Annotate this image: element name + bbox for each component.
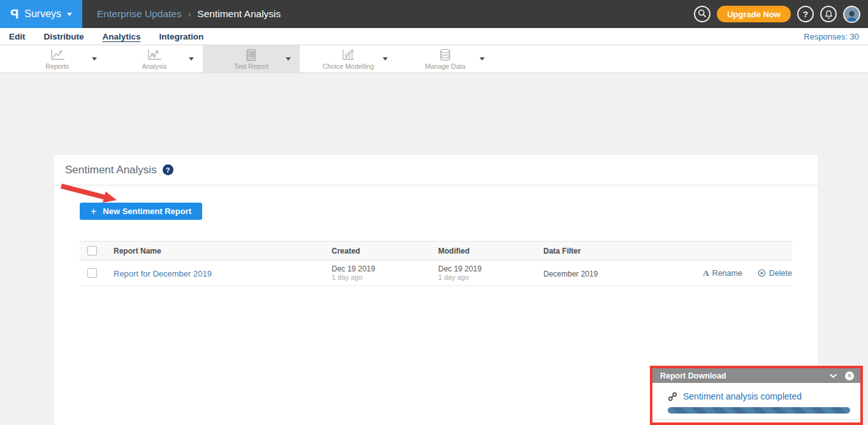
breadcrumb-current: Sentiment Analysis [197, 8, 281, 20]
toolbar-item-analysis[interactable]: Analysis [106, 45, 203, 73]
breadcrumb-parent-link[interactable]: Enterprise Updates [97, 8, 182, 20]
search-icon [697, 8, 707, 20]
delete-button[interactable]: Delete [758, 268, 792, 278]
dropdown-caret-icon[interactable] [480, 57, 485, 61]
dropdown-caret-icon[interactable] [383, 57, 388, 61]
report-download-panel: Report Download ✕ Sentiment analysis com… [650, 366, 863, 425]
person-icon [844, 8, 859, 23]
created-date: Dec 19 2019 [332, 264, 438, 273]
notifications-button[interactable] [820, 6, 837, 22]
header-actions: Upgrade Now ? [694, 6, 860, 23]
rename-icon: A [703, 268, 709, 278]
row-checkbox-cell [80, 268, 114, 278]
page-title: Sentiment Analysis [65, 164, 157, 176]
created-cell: Dec 19 2019 1 day ago [332, 264, 438, 282]
new-sentiment-report-button[interactable]: + New Sentiment Report [80, 203, 202, 220]
question-mark-icon: ? [803, 10, 808, 19]
line-chart-icon [50, 49, 65, 61]
reports-table: Report Name Created Modified Data Filter… [80, 241, 792, 286]
row-checkbox[interactable] [87, 268, 97, 278]
breadcrumb-separator: › [188, 9, 191, 19]
search-button[interactable] [694, 6, 710, 22]
delete-label: Delete [769, 269, 792, 278]
select-all-checkbox[interactable] [87, 246, 97, 256]
toolbar-item-label: Choice Modelling [323, 62, 374, 70]
download-link[interactable]: Sentiment analysis completed [683, 391, 802, 401]
report-download-header: Report Download ✕ [652, 368, 860, 383]
toolbar-item-label: Manage Data [425, 62, 465, 70]
upgrade-now-button[interactable]: Upgrade Now [717, 6, 791, 22]
delete-icon [758, 269, 766, 277]
report-download-title: Report Download [660, 371, 726, 380]
dropdown-caret-icon[interactable] [189, 57, 194, 61]
chevron-down-icon [67, 13, 72, 16]
tab-edit[interactable]: Edit [9, 32, 26, 41]
bell-icon [824, 10, 834, 19]
dropdown-caret-icon[interactable] [286, 57, 291, 61]
header-checkbox-cell [80, 246, 114, 256]
download-header-icons: ✕ [829, 371, 854, 380]
tab-analytics[interactable]: Analytics [103, 32, 141, 41]
toolbar-item-reports[interactable]: Reports [9, 45, 106, 73]
toolbar-item-label: Text Report [234, 62, 268, 70]
table-header-row: Report Name Created Modified Data Filter [80, 241, 792, 261]
toolbar-item-label: Reports [46, 62, 70, 70]
column-header-created: Created [332, 247, 438, 256]
data-filter-value: December 2019 [543, 270, 598, 278]
column-header-report-name: Report Name [114, 247, 332, 256]
panel-header: Sentiment Analysis ? [54, 155, 818, 185]
toolbar-item-choice-modelling[interactable]: Choice Modelling [300, 45, 397, 73]
modified-cell: Dec 19 2019 1 day ago [438, 264, 543, 282]
scatter-chart-icon [147, 49, 162, 61]
report-download-body: Sentiment analysis completed [652, 383, 860, 420]
survey-nav: Edit Distribute Analytics Integration Re… [0, 28, 868, 45]
rename-button[interactable]: A Rename [703, 268, 742, 278]
report-name-cell: Report for December 2019 [114, 268, 332, 279]
responses-count[interactable]: Responses: 30 [804, 32, 859, 41]
text-report-icon [245, 49, 258, 61]
toolbar-item-text-report[interactable]: Text Report [203, 45, 300, 73]
product-name: Surveys [24, 8, 61, 20]
modified-relative: 1 day ago [438, 273, 543, 282]
tab-integration[interactable]: Integration [159, 32, 204, 41]
divider [652, 419, 863, 420]
analytics-toolbar: Reports Analysis Text Report [0, 45, 868, 73]
new-report-button-label: New Sentiment Report [103, 206, 191, 216]
download-progress-bar [668, 407, 850, 414]
close-icon[interactable]: ✕ [845, 371, 854, 380]
data-filter-cell: December 2019 [543, 268, 703, 279]
choice-modelling-icon [341, 49, 356, 61]
database-icon [438, 48, 452, 61]
toolbar-item-manage-data[interactable]: Manage Data [397, 45, 494, 73]
plus-icon: + [91, 206, 96, 217]
table-row: Report for December 2019 Dec 19 2019 1 d… [80, 261, 792, 286]
user-avatar[interactable] [843, 6, 860, 23]
help-button[interactable]: ? [797, 6, 814, 22]
breadcrumb: Enterprise Updates › Sentiment Analysis [97, 8, 281, 20]
top-header: P Surveys Enterprise Updates › Sentiment… [0, 0, 868, 28]
link-icon [668, 392, 677, 401]
product-switcher[interactable]: P Surveys [0, 0, 82, 28]
modified-date: Dec 19 2019 [438, 264, 543, 273]
created-relative: 1 day ago [332, 273, 438, 282]
column-header-modified: Modified [438, 247, 543, 256]
download-link-row[interactable]: Sentiment analysis completed [668, 391, 850, 401]
dropdown-caret-icon[interactable] [92, 57, 97, 61]
help-icon[interactable]: ? [163, 164, 173, 175]
row-actions: A Rename Delete [703, 268, 792, 278]
column-header-data-filter: Data Filter [543, 247, 703, 256]
collapse-chevron-icon[interactable] [829, 373, 837, 378]
brand-logo: P [10, 7, 18, 22]
toolbar-item-label: Analysis [142, 62, 166, 70]
report-link[interactable]: Report for December 2019 [114, 269, 212, 278]
panel-body: + New Sentiment Report Report Name Creat… [54, 203, 818, 286]
tab-distribute[interactable]: Distribute [44, 32, 84, 41]
rename-label: Rename [712, 269, 742, 278]
